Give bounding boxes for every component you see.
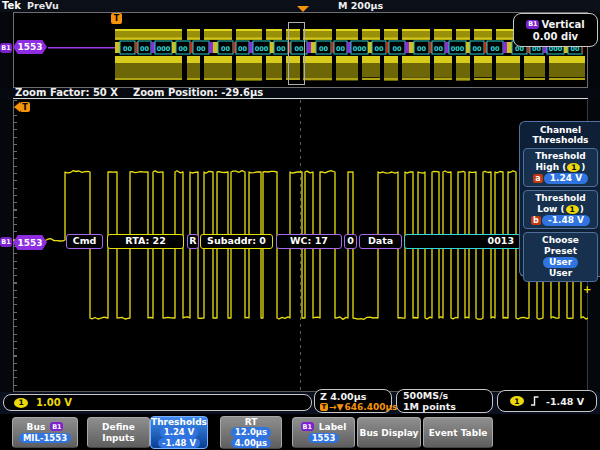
svg-text:000: 000 — [451, 45, 465, 53]
record-length-value: 1M points — [403, 401, 456, 412]
decode-field: 0 — [344, 234, 357, 249]
decode-bar-fields: CmdRTA: 22RSubaddr: 0WC: 170Data0013 — [0, 234, 600, 250]
zoom-window-bracket[interactable] — [288, 22, 305, 85]
expansion-point-icon — [297, 6, 309, 12]
ch1-scale-value: 1.00 V — [36, 397, 72, 408]
svg-text:00: 00 — [123, 45, 133, 53]
rt-value1-pill: 12.0µs — [231, 427, 271, 438]
decode-bus-channel-badge: B1 — [0, 237, 12, 247]
acquisition-readout: 500MS/s 1M points — [396, 389, 493, 413]
threshold-high-section[interactable]: Threshold High (1) a 1.24 V — [523, 148, 598, 187]
rt-value2-pill: 4.00µs — [231, 438, 271, 449]
menu-bus-display-button[interactable]: Bus Display — [357, 417, 421, 448]
oscilloscope-screen: Tek PreVu M 200µs 0000000000000000000000… — [0, 0, 600, 450]
decode-field: R — [187, 234, 199, 249]
bus-type-value: MIL-1553 — [19, 433, 71, 444]
zoom-position-label: Zoom Position: -29.6µs — [133, 87, 263, 98]
acquisition-status: PreVu — [27, 0, 59, 11]
threshold-high-value: 1.24 V — [544, 173, 588, 184]
menu-event-table-button[interactable]: Event Table — [423, 417, 493, 448]
zoom-scale-readout: Z 4.00µs T→▼646.400µs — [314, 389, 392, 413]
choose-preset-title: Choose Preset — [525, 235, 596, 257]
threshold-low-line1: Threshold — [525, 193, 596, 204]
svg-text:000: 000 — [353, 45, 367, 53]
delay-value: 646.400µs — [344, 402, 397, 412]
b1-badge: B1 — [301, 422, 314, 431]
ch1-badge: 1 — [14, 398, 28, 408]
svg-text:00: 00 — [140, 45, 150, 53]
menu-thresholds-button[interactable]: Thresholds 1.24 V -1.48 V — [150, 416, 208, 449]
bus-label-pill: 1553 — [308, 433, 340, 444]
svg-text:00: 00 — [490, 45, 500, 53]
threshold-high-pill: 1.24 V — [160, 427, 199, 438]
preset-current: User — [525, 268, 596, 279]
svg-text:00: 00 — [178, 45, 188, 53]
overview-bus-label-badge: 1553 — [13, 40, 47, 54]
vertical-value: 0.00 div — [533, 31, 578, 42]
svg-text:00: 00 — [319, 45, 329, 53]
svg-text:00: 00 — [392, 45, 402, 53]
knob-1-icon: 1 — [567, 163, 580, 172]
trigger-position-icon: T — [111, 13, 122, 24]
sample-rate-value: 500MS/s — [403, 390, 448, 401]
svg-text:00: 00 — [196, 45, 206, 53]
svg-text:00: 00 — [221, 45, 231, 53]
decode-field: Subaddr: 0 — [200, 234, 273, 249]
channel-thresholds-panel: Channel Thresholds Threshold High (1) a … — [519, 121, 600, 277]
decode-field: 0013 — [404, 234, 521, 249]
timebase-readout: M 200µs — [338, 0, 383, 11]
channel-b1-badge: B1 — [526, 20, 539, 29]
ch1-scale-readout: 1 1.00 V — [3, 394, 312, 411]
threshold-low-pill: -1.48 V — [158, 438, 200, 449]
choose-preset-section[interactable]: Choose Preset User User — [523, 232, 598, 282]
svg-text:00: 00 — [276, 45, 286, 53]
menu-define-inputs-button[interactable]: Define Inputs — [87, 417, 150, 448]
svg-text:00: 00 — [434, 45, 444, 53]
zoom-scale-value: Z 4.00µs — [320, 391, 366, 402]
svg-text:00: 00 — [374, 45, 384, 53]
trigger-source-badge: 1 — [510, 396, 524, 406]
svg-text:00: 00 — [238, 45, 248, 53]
overview-bus-channel-badge: B1 — [0, 43, 12, 53]
knob-1-icon: 1 — [566, 205, 579, 214]
decode-field: RTA: 22 — [107, 234, 184, 249]
delay-readout: T→▼646.400µs — [320, 402, 397, 412]
decode-bus-label-badge: 1553 — [13, 235, 47, 250]
svg-text:00: 00 — [472, 45, 482, 53]
threshold-low-section[interactable]: Threshold Low (1) b -1.48 V — [523, 190, 598, 229]
vertical-label: Vertical — [541, 19, 584, 30]
decode-field: WC: 17 — [276, 234, 342, 249]
trigger-level-readout: 1 -1.48 V — [497, 390, 597, 412]
threshold-low-value: -1.48 V — [542, 215, 590, 226]
svg-text:00: 00 — [336, 45, 346, 53]
decode-field: Cmd — [66, 234, 103, 249]
tek-logo: Tek — [2, 0, 21, 11]
zoom-bar-divider — [13, 98, 588, 99]
vertical-position-readout: B1 Vertical 0.00 div — [513, 13, 598, 47]
multipurpose-a-badge: a — [533, 174, 543, 183]
menu-label-button[interactable]: B1 Label 1553 — [292, 417, 355, 448]
threshold-level-marker-icon: + — [583, 284, 591, 295]
menu-bus-button[interactable]: Bus B1 MIL-1553 — [12, 417, 78, 448]
b1-badge: B1 — [50, 422, 63, 431]
svg-text:00: 00 — [417, 45, 427, 53]
zoom-factor-label: Zoom Factor: 50 X — [15, 87, 118, 98]
panel-title: Channel Thresholds — [523, 125, 598, 145]
svg-text:000: 000 — [255, 45, 269, 53]
trigger-t-icon: T — [320, 403, 328, 411]
trigger-level-value: -1.48 V — [546, 396, 584, 407]
multipurpose-b-badge: b — [531, 216, 541, 225]
threshold-high-line1: Threshold — [525, 151, 596, 162]
svg-text:000: 000 — [157, 45, 171, 53]
rising-edge-icon — [530, 396, 540, 406]
menu-rt-button[interactable]: RT 12.0µs 4.00µs — [220, 416, 282, 449]
decode-field: Data — [359, 234, 402, 249]
preset-selected[interactable]: User — [543, 257, 578, 268]
